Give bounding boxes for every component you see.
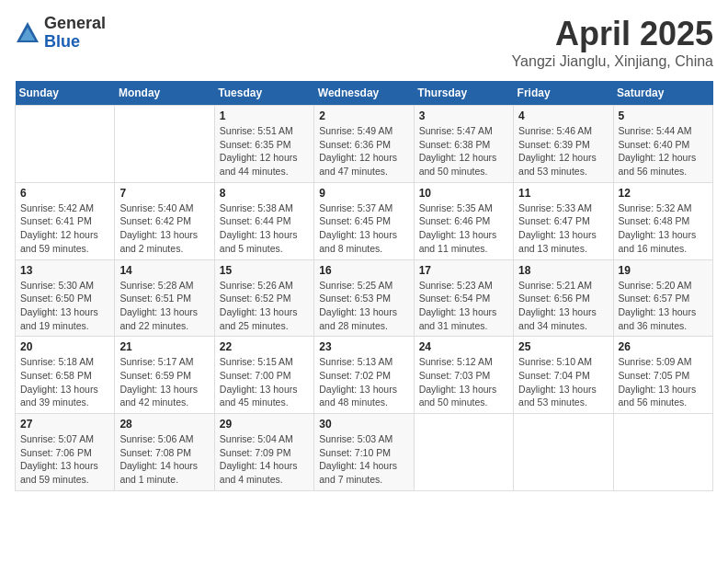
logo-icon: [15, 20, 40, 46]
calendar-cell: 30Sunrise: 5:03 AM Sunset: 7:10 PM Dayli…: [314, 414, 414, 491]
day-info: Sunrise: 5:35 AM Sunset: 6:46 PM Dayligh…: [419, 201, 508, 256]
calendar-body: 1Sunrise: 5:51 AM Sunset: 6:35 PM Daylig…: [16, 106, 713, 491]
calendar-cell: [16, 106, 115, 183]
logo-blue-text: Blue: [44, 33, 106, 52]
day-info: Sunrise: 5:28 AM Sunset: 6:51 PM Dayligh…: [119, 279, 209, 333]
day-number: 5: [619, 109, 708, 122]
week-row: 13Sunrise: 5:30 AM Sunset: 6:50 PM Dayli…: [16, 259, 713, 337]
logo: General Blue: [15, 15, 106, 52]
day-number: 26: [619, 340, 708, 353]
header-cell-tuesday: Tuesday: [214, 81, 313, 106]
calendar-cell: 4Sunrise: 5:46 AM Sunset: 6:39 PM Daylig…: [514, 106, 613, 183]
calendar-cell: 18Sunrise: 5:21 AM Sunset: 6:56 PM Dayli…: [514, 259, 613, 337]
day-info: Sunrise: 5:47 AM Sunset: 6:38 PM Dayligh…: [419, 124, 508, 178]
calendar-cell: 12Sunrise: 5:32 AM Sunset: 6:48 PM Dayli…: [613, 182, 712, 259]
day-info: Sunrise: 5:51 AM Sunset: 6:35 PM Dayligh…: [220, 124, 309, 178]
day-number: 9: [319, 187, 408, 200]
day-info: Sunrise: 5:46 AM Sunset: 6:39 PM Dayligh…: [518, 124, 608, 178]
day-number: 18: [518, 264, 608, 277]
header-cell-friday: Friday: [514, 81, 613, 106]
header-row: SundayMondayTuesdayWednesdayThursdayFrid…: [16, 81, 713, 106]
title-block: April 2025 Yangzi Jianglu, Xinjiang, Chi…: [512, 15, 713, 70]
day-number: 16: [319, 264, 408, 277]
calendar-cell: 9Sunrise: 5:37 AM Sunset: 6:45 PM Daylig…: [314, 182, 414, 259]
day-info: Sunrise: 5:42 AM Sunset: 6:41 PM Dayligh…: [20, 201, 109, 256]
day-number: 21: [119, 340, 209, 353]
day-info: Sunrise: 5:13 AM Sunset: 7:02 PM Dayligh…: [319, 355, 408, 409]
week-row: 20Sunrise: 5:18 AM Sunset: 6:58 PM Dayli…: [16, 337, 713, 414]
day-info: Sunrise: 5:21 AM Sunset: 6:56 PM Dayligh…: [518, 279, 608, 333]
day-info: Sunrise: 5:10 AM Sunset: 7:04 PM Dayligh…: [518, 355, 608, 409]
week-row: 6Sunrise: 5:42 AM Sunset: 6:41 PM Daylig…: [16, 182, 713, 259]
day-info: Sunrise: 5:04 AM Sunset: 7:09 PM Dayligh…: [220, 432, 309, 487]
day-number: 27: [20, 418, 109, 431]
calendar-cell: 13Sunrise: 5:30 AM Sunset: 6:50 PM Dayli…: [16, 259, 115, 337]
day-info: Sunrise: 5:33 AM Sunset: 6:47 PM Dayligh…: [518, 201, 608, 256]
day-number: 8: [220, 187, 309, 200]
calendar-cell: 2Sunrise: 5:49 AM Sunset: 6:36 PM Daylig…: [314, 106, 414, 183]
calendar-cell: 1Sunrise: 5:51 AM Sunset: 6:35 PM Daylig…: [214, 106, 313, 183]
day-number: 12: [619, 187, 708, 200]
calendar-cell: [514, 414, 613, 491]
day-info: Sunrise: 5:15 AM Sunset: 7:00 PM Dayligh…: [220, 355, 309, 409]
week-row: 27Sunrise: 5:07 AM Sunset: 7:06 PM Dayli…: [16, 414, 713, 491]
day-number: 4: [518, 109, 608, 122]
day-number: 15: [220, 264, 309, 277]
sub-title: Yangzi Jianglu, Xinjiang, China: [512, 53, 713, 70]
day-info: Sunrise: 5:07 AM Sunset: 7:06 PM Dayligh…: [20, 432, 109, 487]
day-number: 28: [119, 418, 209, 431]
calendar-table: SundayMondayTuesdayWednesdayThursdayFrid…: [15, 81, 713, 491]
day-number: 19: [619, 264, 708, 277]
day-number: 24: [419, 340, 508, 353]
day-number: 11: [518, 187, 608, 200]
calendar-cell: 22Sunrise: 5:15 AM Sunset: 7:00 PM Dayli…: [214, 337, 313, 414]
day-number: 30: [319, 418, 408, 431]
calendar-cell: [115, 106, 214, 183]
header-cell-monday: Monday: [115, 81, 214, 106]
day-number: 3: [419, 109, 508, 122]
calendar-cell: 15Sunrise: 5:26 AM Sunset: 6:52 PM Dayli…: [214, 259, 313, 337]
day-info: Sunrise: 5:25 AM Sunset: 6:53 PM Dayligh…: [319, 279, 408, 333]
calendar-cell: 7Sunrise: 5:40 AM Sunset: 6:42 PM Daylig…: [115, 182, 214, 259]
day-info: Sunrise: 5:30 AM Sunset: 6:50 PM Dayligh…: [20, 279, 109, 333]
calendar-cell: 6Sunrise: 5:42 AM Sunset: 6:41 PM Daylig…: [16, 182, 115, 259]
day-number: 7: [119, 187, 209, 200]
calendar-cell: 29Sunrise: 5:04 AM Sunset: 7:09 PM Dayli…: [214, 414, 313, 491]
calendar-cell: 21Sunrise: 5:17 AM Sunset: 6:59 PM Dayli…: [115, 337, 214, 414]
calendar-cell: 5Sunrise: 5:44 AM Sunset: 6:40 PM Daylig…: [613, 106, 712, 183]
day-info: Sunrise: 5:49 AM Sunset: 6:36 PM Dayligh…: [319, 124, 408, 178]
day-number: 1: [220, 109, 309, 122]
calendar-cell: 20Sunrise: 5:18 AM Sunset: 6:58 PM Dayli…: [16, 337, 115, 414]
week-row: 1Sunrise: 5:51 AM Sunset: 6:35 PM Daylig…: [16, 106, 713, 183]
page-header: General Blue April 2025 Yangzi Jianglu, …: [15, 15, 713, 70]
calendar-cell: [414, 414, 513, 491]
day-number: 14: [119, 264, 209, 277]
day-number: 13: [20, 264, 109, 277]
calendar-cell: 8Sunrise: 5:38 AM Sunset: 6:44 PM Daylig…: [214, 182, 313, 259]
calendar-cell: 14Sunrise: 5:28 AM Sunset: 6:51 PM Dayli…: [115, 259, 214, 337]
calendar-cell: [613, 414, 712, 491]
calendar-cell: 28Sunrise: 5:06 AM Sunset: 7:08 PM Dayli…: [115, 414, 214, 491]
calendar-cell: 17Sunrise: 5:23 AM Sunset: 6:54 PM Dayli…: [414, 259, 513, 337]
day-info: Sunrise: 5:32 AM Sunset: 6:48 PM Dayligh…: [619, 201, 708, 256]
day-info: Sunrise: 5:23 AM Sunset: 6:54 PM Dayligh…: [419, 279, 508, 333]
logo-general-text: General: [44, 15, 106, 33]
calendar-cell: 16Sunrise: 5:25 AM Sunset: 6:53 PM Dayli…: [314, 259, 414, 337]
header-cell-wednesday: Wednesday: [314, 81, 414, 106]
calendar-header: SundayMondayTuesdayWednesdayThursdayFrid…: [16, 81, 713, 106]
header-cell-thursday: Thursday: [414, 81, 513, 106]
day-number: 20: [20, 340, 109, 353]
day-info: Sunrise: 5:44 AM Sunset: 6:40 PM Dayligh…: [619, 124, 708, 178]
calendar-cell: 24Sunrise: 5:12 AM Sunset: 7:03 PM Dayli…: [414, 337, 513, 414]
calendar-cell: 25Sunrise: 5:10 AM Sunset: 7:04 PM Dayli…: [514, 337, 613, 414]
day-number: 29: [220, 418, 309, 431]
day-info: Sunrise: 5:03 AM Sunset: 7:10 PM Dayligh…: [319, 432, 408, 487]
day-number: 22: [220, 340, 309, 353]
header-cell-saturday: Saturday: [613, 81, 712, 106]
day-number: 6: [20, 187, 109, 200]
day-info: Sunrise: 5:09 AM Sunset: 7:05 PM Dayligh…: [619, 355, 708, 409]
day-info: Sunrise: 5:06 AM Sunset: 7:08 PM Dayligh…: [119, 432, 209, 487]
day-info: Sunrise: 5:37 AM Sunset: 6:45 PM Dayligh…: [319, 201, 408, 256]
day-info: Sunrise: 5:17 AM Sunset: 6:59 PM Dayligh…: [119, 355, 209, 409]
calendar-cell: 3Sunrise: 5:47 AM Sunset: 6:38 PM Daylig…: [414, 106, 513, 183]
